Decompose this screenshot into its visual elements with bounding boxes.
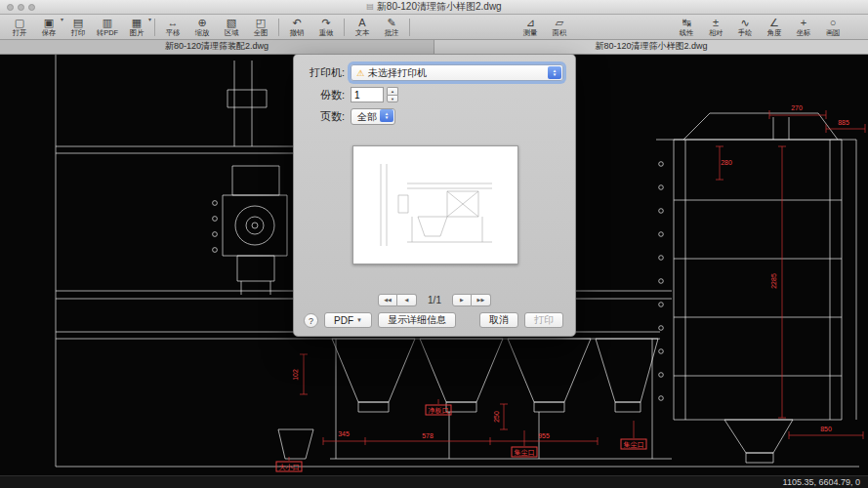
- toolbar-button-zoom[interactable]: ⊕缩放: [187, 15, 217, 39]
- copies-input[interactable]: [351, 87, 384, 102]
- select-arrows-icon: ▲▼: [548, 66, 561, 79]
- toolbar-separator: [344, 19, 345, 36]
- warning-icon: ⚠: [356, 68, 364, 78]
- tab-bar: 新80-120清理筛装配2.dwg新80-120清理筛小样图2.dwg: [0, 40, 868, 55]
- toolbar-button-print[interactable]: ▤打印: [63, 15, 93, 39]
- close-button[interactable]: [7, 4, 14, 11]
- measure-icon: ⊿: [525, 17, 534, 28]
- cancel-button[interactable]: 取消: [479, 312, 518, 328]
- toolbar-button-annotate[interactable]: ✎批注: [377, 15, 406, 39]
- toolbar-button-circle[interactable]: ○画圆: [818, 15, 847, 39]
- toolbar-button-label: 面积: [553, 28, 567, 36]
- stepper-up-icon[interactable]: ▲: [387, 87, 398, 95]
- toolbar-separator: [409, 19, 410, 36]
- preview-pager: ◀◀ ◀ 1/1 ▶ ▶▶: [294, 294, 575, 306]
- toolbar-button-area[interactable]: ▱面积: [545, 15, 574, 39]
- document-tab-1[interactable]: 新80-120清理筛装配2.dwg: [0, 40, 434, 54]
- toolbar-button-freehand[interactable]: ∿手绘: [730, 15, 760, 39]
- toolbar-button-label: 角度: [767, 28, 782, 36]
- toolbar-button-measure[interactable]: ⊿测量: [516, 15, 545, 39]
- toolbar-button-open[interactable]: ▢打开: [5, 15, 34, 39]
- toolbar-button-label: 重做: [319, 28, 334, 36]
- print-dialog: 打印机: ⚠ 未选择打印机 ▲▼ 份数: ▲ ▼ 页数: 全部 ▲▼: [293, 54, 576, 337]
- next-page-button[interactable]: ▶: [452, 294, 472, 306]
- first-page-button[interactable]: ◀◀: [378, 294, 397, 306]
- toolbar-button-coordinate[interactable]: +坐标: [789, 15, 818, 39]
- draw-circle-icon: ○: [830, 17, 837, 28]
- help-button[interactable]: ?: [304, 313, 318, 328]
- toolbar-button-label: 画圆: [826, 28, 841, 36]
- region-zoom-icon: ▧: [227, 17, 236, 28]
- dimension-label: 102: [292, 369, 300, 381]
- printer-select[interactable]: ⚠ 未选择打印机 ▲▼: [351, 64, 563, 81]
- redo-icon: ↷: [321, 17, 330, 28]
- open-folder-icon: ▢: [15, 17, 24, 28]
- application-window: ▤ 新80-120清理筛小样图2.dwg ▢打开▣▾保存▤打印▥转PDF▦▾图片…: [0, 0, 868, 488]
- pdf-menu-button[interactable]: PDF ▼: [324, 312, 372, 328]
- toolbar-button-label: 图片: [130, 28, 145, 36]
- annotate-icon: ✎: [387, 17, 395, 28]
- toolbar-button-text[interactable]: A文本: [348, 15, 377, 39]
- fit-view-icon: ◰: [256, 17, 266, 28]
- page-indicator: 1/1: [428, 295, 441, 305]
- select-arrows-icon: ▲▼: [380, 109, 393, 122]
- last-page-button[interactable]: ▶▶: [472, 294, 491, 306]
- dimension-label: 955: [538, 432, 550, 440]
- dimension-label: 2285: [770, 273, 778, 289]
- toolbar-button-linear[interactable]: ↹线性: [672, 15, 701, 39]
- toolbar-button-fit-view[interactable]: ◰全图: [246, 15, 275, 39]
- toolbar-button-label: 打开: [13, 28, 27, 36]
- document-tab-2[interactable]: 新80-120清理筛小样图2.dwg: [434, 40, 868, 54]
- toolbar-button-to-pdf[interactable]: ▥转PDF: [93, 15, 122, 39]
- undo-icon: ↶: [292, 17, 301, 28]
- chevron-down-icon: ▼: [356, 317, 362, 323]
- toolbar-button-relative[interactable]: ±相对: [701, 15, 730, 39]
- toolbar-button-label: 撤销: [290, 28, 305, 36]
- toolbar-button-label: 测量: [523, 28, 538, 36]
- text-icon: A: [358, 17, 365, 28]
- toolbar-button-label: 缩放: [195, 28, 210, 36]
- toolbar: ▢打开▣▾保存▤打印▥转PDF▦▾图片↔平移⊕缩放▧区域◰全图↶撤销↷重做A文本…: [0, 15, 868, 40]
- toolbar-button-label: 区域: [225, 28, 239, 36]
- printer-icon: ▤: [73, 17, 83, 28]
- toolbar-button-label: 全图: [254, 28, 269, 36]
- toolbar-button-label: 批注: [385, 28, 399, 36]
- window-controls: [7, 4, 35, 11]
- cad-label: 集尘口: [512, 447, 538, 458]
- dimension-label: 850: [820, 426, 832, 433]
- minimize-button[interactable]: [18, 4, 24, 11]
- toolbar-button-pan[interactable]: ↔平移: [158, 15, 187, 39]
- pages-select[interactable]: 全部 ▲▼: [351, 108, 395, 125]
- toolbar-button-redo[interactable]: ↷重做: [311, 15, 341, 39]
- stepper-down-icon[interactable]: ▼: [387, 95, 398, 102]
- dimension-label: 250: [493, 411, 501, 423]
- area-icon: ▱: [556, 17, 563, 28]
- toolbar-button-region[interactable]: ▧区域: [217, 15, 246, 39]
- toolbar-button-angle[interactable]: ∠角度: [760, 15, 789, 39]
- copies-stepper[interactable]: ▲ ▼: [387, 87, 398, 102]
- freehand-icon: ∿: [740, 17, 749, 28]
- document-icon: ▤: [366, 0, 374, 14]
- coordinate-icon: +: [801, 17, 806, 28]
- dropdown-arrow-icon: ▾: [148, 16, 151, 22]
- toolbar-button-label: 保存: [42, 28, 57, 36]
- pages-label: 页数:: [294, 109, 345, 124]
- cad-label: 大小口: [276, 462, 303, 472]
- toolbar-button-label: 相对: [709, 28, 723, 36]
- toolbar-button-label: 平移: [166, 28, 181, 36]
- maximize-button[interactable]: [28, 4, 35, 11]
- toolbar-button-image[interactable]: ▦▾图片: [122, 15, 151, 39]
- toolbar-button-undo[interactable]: ↶撤销: [282, 15, 311, 39]
- pdf-export-icon: ▥: [103, 17, 112, 28]
- print-button[interactable]: 打印: [524, 312, 563, 328]
- toolbar-separator: [154, 19, 155, 36]
- dimension-label: 885: [838, 119, 849, 127]
- status-bar: 1105.35, 6604.79, 0: [0, 475, 868, 488]
- zoom-icon: ⊕: [197, 17, 206, 28]
- cad-label: 集尘口: [621, 439, 647, 450]
- pan-icon: ↔: [168, 17, 179, 28]
- toolbar-button-save[interactable]: ▣▾保存: [34, 15, 63, 39]
- previous-page-button[interactable]: ◀: [397, 294, 417, 306]
- show-details-button[interactable]: 显示详细信息: [378, 312, 456, 328]
- toolbar-button-label: 坐标: [797, 28, 811, 36]
